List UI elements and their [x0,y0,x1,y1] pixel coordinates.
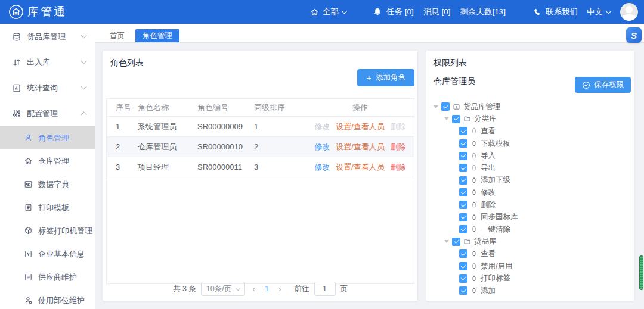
checkbox-checked[interactable] [459,213,467,221]
days-left-badge: 剩余天数[13] [460,7,506,17]
phone-icon [533,8,542,17]
contact-us-link[interactable]: 联系我们 [533,7,578,17]
tree-node[interactable]: 导出 [434,162,630,174]
checkbox-checked[interactable] [459,225,467,233]
tree-node[interactable]: 同步国标库 [434,211,630,223]
next-page-button[interactable]: › [276,284,284,294]
tree-node[interactable]: 一键清除 [434,223,630,236]
sidebar-item-statistics[interactable]: 统计查询 [0,75,95,101]
sidebar-item-goods-library[interactable]: 货品库管理 [0,24,95,49]
assign-users-link[interactable]: 设置/查看人员 [336,121,385,132]
scope-selector[interactable]: 全部 [310,7,346,17]
checkbox-checked[interactable] [459,188,467,196]
sidebar-item-in-out[interactable]: 出入库 [0,49,95,75]
tree-node[interactable]: 货品库 [434,236,630,248]
edit-link[interactable]: 修改 [314,142,330,152]
sidebar-item-label: 配置管理 [27,108,58,119]
pagination: 共 3 条 10条/页 ‹ 1 › 前往 页 [103,282,417,296]
table-row-selected[interactable]: 2 仓库管理员 SR00000010 2 修改 设置/查看人员 删除 [107,137,414,157]
checkbox-checked[interactable] [459,249,467,258]
tree-node[interactable]: 货品库管理 [434,101,630,113]
caret-icon[interactable] [444,117,449,123]
tree-node[interactable]: 分类库 [434,113,630,126]
table-header-row: 序号 角色名称 角色编号 同级排序 操作 [107,99,414,117]
assign-users-link[interactable]: 设置/查看人员 [336,162,385,173]
customer-service-widget[interactable]: S [626,27,642,43]
current-page[interactable]: 1 [262,285,271,293]
checkbox-checked[interactable] [441,102,450,111]
checkbox-checked[interactable] [459,274,467,283]
tree-node[interactable]: 禁用/启用 [434,260,630,273]
tree-node[interactable]: 打印标签 [434,272,630,285]
messages-link[interactable]: 消息 [0] [423,7,451,17]
enterprise-clipboard-icon [24,249,33,258]
delete-link[interactable]: 删除 [391,162,406,173]
permission-panel-title: 权限列表 [426,51,634,68]
goto-page-input[interactable] [314,282,336,296]
tree-node[interactable]: 查看 [434,125,630,138]
chevron-up-icon [81,111,87,117]
notification-bell[interactable] [373,7,382,17]
column-header: 角色名称 [138,102,197,113]
folder-icon [463,115,471,123]
prev-page-button[interactable]: ‹ [250,284,258,294]
caret-icon[interactable] [434,105,438,111]
action-tap-icon [470,164,478,171]
caret-icon[interactable] [444,240,449,245]
tree-node[interactable]: 添加下级 [434,174,630,187]
action-tap-icon [470,226,478,233]
sidebar-item-label: 标签打印机管理 [38,226,92,236]
delete-link[interactable]: 删除 [391,142,406,152]
sidebar-item-enterprise-info[interactable]: 企业基本信息 [0,242,95,266]
sidebar-item-config[interactable]: 配置管理 [0,101,95,126]
supplier-card-icon [24,273,33,282]
sidebar-item-role-management[interactable]: 角色管理 [0,126,95,149]
tab-home[interactable]: 首页 [103,29,132,42]
checkbox-checked[interactable] [459,262,467,270]
action-tap-icon [470,214,478,221]
user-avatar[interactable] [620,3,638,21]
sidebar-item-label-printer[interactable]: 标签打印机管理 [0,219,95,242]
checkbox-checked[interactable] [452,238,460,246]
green-scrollbar-thumb[interactable] [639,255,643,290]
checkbox-checked[interactable] [459,164,467,172]
action-tap-icon [470,275,478,282]
tasks-link[interactable]: 任务 [0] [386,7,414,17]
tab-role-management[interactable]: 角色管理 [135,29,179,42]
tree-node[interactable]: 导入 [434,149,630,162]
house-icon [24,157,33,166]
sidebar-item-usage-location[interactable]: 使用部位维护 [0,289,95,309]
checkbox-checked[interactable] [459,201,467,209]
checkbox-checked[interactable] [459,139,467,148]
checkbox-checked[interactable] [459,127,467,135]
role-panel-title: 角色列表 [103,51,417,68]
page-size-select[interactable]: 10条/页 [201,282,245,296]
tree-node[interactable]: 删除 [434,199,630,211]
table-row[interactable]: 3 项目经理 SR00000011 3 修改 设置/查看人员 删除 [107,157,414,177]
chevron-down-icon [341,8,347,14]
checkbox-checked[interactable] [459,286,467,295]
add-role-button[interactable]: + 添加角色 [357,69,414,86]
save-permissions-button[interactable]: 保存权限 [575,77,631,93]
assign-users-link[interactable]: 设置/查看人员 [336,142,385,152]
sidebar-item-data-dictionary[interactable]: 数据字典 [0,173,95,196]
sliders-icon [12,109,21,118]
permission-tree: 货品库管理 分类库 查看 [434,101,630,301]
tree-node[interactable]: 下载模板 [434,138,630,150]
sidebar-item-warehouse-management[interactable]: 仓库管理 [0,149,95,173]
tree-node[interactable]: 查看 [434,248,630,260]
tree-node[interactable]: 修改 [434,186,630,199]
role-table: 序号 角色名称 角色编号 同级排序 操作 1 系统管理员 SR00000009 … [106,98,414,284]
chevron-down-icon [236,285,240,290]
sidebar-item-supplier[interactable]: 供应商维护 [0,266,95,289]
checkbox-checked[interactable] [459,152,467,160]
sidebar-item-label: 角色管理 [38,133,69,143]
tree-node[interactable]: 添加 [434,285,630,297]
edit-link[interactable]: 修改 [314,162,330,173]
column-header: 操作 [306,102,414,113]
checkbox-checked[interactable] [452,115,460,123]
language-selector[interactable]: 中文 [587,7,611,17]
checkbox-checked[interactable] [459,176,467,185]
table-row[interactable]: 1 系统管理员 SR00000009 1 修改 设置/查看人员 删除 [107,117,414,137]
sidebar-item-print-template[interactable]: 打印模板 [0,196,95,219]
